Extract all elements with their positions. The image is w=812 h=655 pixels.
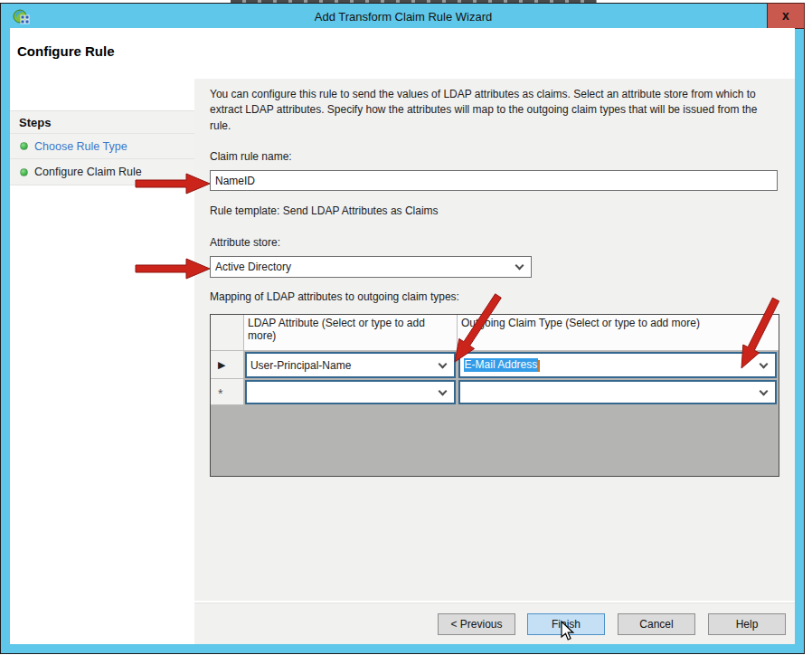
ldap-attribute-dropdown[interactable]: User-Principal-Name xyxy=(245,352,456,378)
help-button[interactable]: Help xyxy=(708,613,786,635)
ldap-attribute-cell: User-Principal-Name xyxy=(244,351,458,379)
attribute-store-label: Attribute store: xyxy=(210,236,280,249)
mapping-table: LDAP Attribute (Select or type to add mo… xyxy=(210,314,779,477)
chevron-down-icon xyxy=(438,386,447,395)
row-selector-header-cell xyxy=(211,315,244,351)
outgoing-claim-type-cell: E-Mail Address xyxy=(458,351,779,379)
outgoing-claim-type-dropdown[interactable]: E-Mail Address xyxy=(458,352,777,378)
ldap-attribute-column-header: LDAP Attribute (Select or type to add mo… xyxy=(244,315,458,351)
step-done-icon xyxy=(20,168,28,176)
outgoing-claim-type-cell xyxy=(458,379,779,405)
chevron-down-icon xyxy=(760,386,769,395)
row-selector-cell[interactable]: * xyxy=(211,379,244,405)
attribute-store-value: Active Directory xyxy=(211,261,516,273)
outgoing-claim-type-dropdown-empty[interactable] xyxy=(458,380,777,404)
dialog-body: Configure Rule Steps Choose Rule Type Co… xyxy=(10,28,795,644)
attribute-store-dropdown[interactable]: Active Directory xyxy=(210,256,532,278)
close-icon: x xyxy=(782,8,789,23)
sidebar-item-choose-rule-type[interactable]: Choose Rule Type xyxy=(10,134,194,159)
ldap-attribute-cell xyxy=(244,379,458,405)
ldap-attribute-value: User-Principal-Name xyxy=(247,359,439,372)
chevron-down-icon xyxy=(515,261,524,271)
cancel-button[interactable]: Cancel xyxy=(618,613,695,635)
rule-template-text: Rule template: Send LDAP Attributes as C… xyxy=(210,204,439,217)
table-row: ▶ User-Principal-Name E-Mail Address xyxy=(211,351,779,379)
claim-rule-name-label: Claim rule name: xyxy=(210,150,292,163)
steps-heading: Steps xyxy=(10,111,194,134)
title-bar[interactable]: Add Transform Claim Rule Wizard x xyxy=(2,5,805,29)
mapping-table-label: Mapping of LDAP attributes to outgoing c… xyxy=(210,290,459,303)
mapping-table-header: LDAP Attribute (Select or type to add mo… xyxy=(211,315,779,351)
chevron-down-icon xyxy=(438,359,447,368)
button-bar: < Previous Finish Cancel Help xyxy=(194,603,795,644)
row-selector-cell[interactable]: ▶ xyxy=(211,351,244,379)
outgoing-claim-type-column-header: Outgoing Claim Type (Select or type to a… xyxy=(458,315,779,351)
sidebar-item-configure-claim-rule[interactable]: Configure Claim Rule xyxy=(10,159,194,185)
selected-text: E-Mail Address xyxy=(464,358,539,371)
steps-sidebar: Steps Choose Rule Type Configure Claim R… xyxy=(10,79,194,644)
previous-button[interactable]: < Previous xyxy=(438,613,515,635)
step-label: Configure Claim Rule xyxy=(34,166,142,178)
text-caret xyxy=(538,360,540,372)
new-row-icon: * xyxy=(218,386,222,401)
window-title: Add Transform Claim Rule Wizard xyxy=(315,10,493,24)
table-row-new: * xyxy=(211,379,779,405)
page-title: Configure Rule xyxy=(17,43,115,59)
step-done-icon xyxy=(20,142,28,150)
claim-rule-name-input[interactable] xyxy=(210,170,778,191)
chevron-down-icon xyxy=(760,359,769,368)
current-row-icon: ▶ xyxy=(218,359,225,371)
wizard-dialog: Add Transform Claim Rule Wizard x Config… xyxy=(0,3,805,654)
outgoing-claim-type-value: E-Mail Address xyxy=(460,358,760,371)
steps-list: Steps Choose Rule Type Configure Claim R… xyxy=(10,110,194,185)
ldap-attribute-dropdown-empty[interactable] xyxy=(245,380,456,404)
finish-button[interactable]: Finish xyxy=(527,613,605,635)
close-button[interactable]: x xyxy=(767,3,805,29)
main-panel: You can configure this rule to send the … xyxy=(194,79,795,601)
step-label[interactable]: Choose Rule Type xyxy=(34,140,127,153)
adfs-app-icon xyxy=(13,9,30,26)
rule-description-text: You can configure this rule to send the … xyxy=(210,87,774,134)
